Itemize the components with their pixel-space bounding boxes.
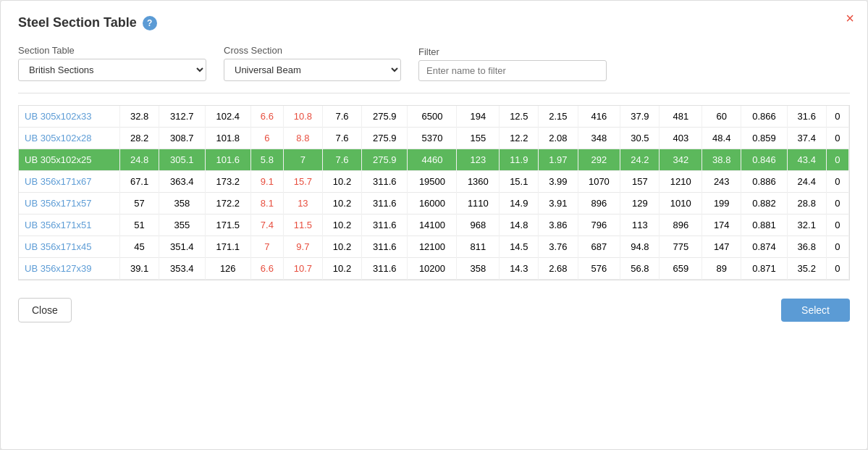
cell-value: 3.76 — [539, 236, 578, 258]
filter-input[interactable] — [418, 60, 607, 81]
cell-value: 6500 — [408, 106, 457, 128]
cell-value: 1010 — [660, 193, 702, 214]
cell-value: 15.1 — [500, 171, 539, 193]
table-row[interactable]: UB 305x102x2524.8305.1101.65.877.6275.94… — [19, 149, 849, 171]
cell-value: 8.8 — [283, 128, 322, 149]
table-row[interactable]: UB 305x102x3332.8312.7102.46.610.87.6275… — [19, 106, 849, 128]
section-table-group: Section Table British Sections European … — [18, 45, 206, 81]
title-text: Steel Section Table — [18, 15, 137, 30]
footer-row: Close Select — [18, 292, 850, 322]
cell-value: 3.86 — [539, 214, 578, 236]
cell-value: 16000 — [408, 193, 457, 214]
table-row[interactable]: UB 356x171x5151355171.57.411.510.2311.61… — [19, 214, 849, 236]
cell-value: 10.7 — [283, 258, 322, 280]
cell-value: 24.2 — [620, 149, 660, 171]
cell-value: 7 — [250, 236, 283, 258]
cell-value: 10.2 — [322, 214, 361, 236]
cell-value: 1110 — [457, 193, 500, 214]
cell-value: 3.91 — [539, 193, 578, 214]
cell-value: 57 — [120, 193, 159, 214]
cell-value: 14.3 — [500, 258, 539, 280]
cell-value: 199 — [702, 193, 741, 214]
cell-value: 113 — [620, 214, 660, 236]
filter-group: Filter — [418, 46, 607, 81]
cell-value: 13 — [283, 193, 322, 214]
close-button[interactable]: Close — [18, 298, 72, 322]
cell-name: UB 356x171x45 — [19, 236, 120, 258]
modal-container: × Steel Section Table ? Section Table Br… — [0, 0, 868, 450]
steel-section-table: UB 305x102x3332.8312.7102.46.610.87.6275… — [19, 106, 849, 280]
cell-value: 6.6 — [250, 258, 283, 280]
cell-value: 30.5 — [620, 128, 660, 149]
cell-value: 14.5 — [500, 236, 539, 258]
table-row[interactable]: UB 356x171x4545351.4171.179.710.2311.612… — [19, 236, 849, 258]
cell-value: 363.4 — [159, 171, 205, 193]
table-wrapper[interactable]: UB 305x102x3332.8312.7102.46.610.87.6275… — [18, 105, 850, 280]
cell-value: 129 — [620, 193, 660, 214]
table-row[interactable]: UB 356x171x5757358172.28.11310.2311.6160… — [19, 193, 849, 214]
cell-value: 811 — [457, 236, 500, 258]
select-button[interactable]: Select — [781, 299, 850, 322]
cell-value: 89 — [702, 258, 741, 280]
cell-value: 896 — [660, 214, 702, 236]
table-row[interactable]: UB 356x171x6767.1363.4173.29.115.710.231… — [19, 171, 849, 193]
cell-name: UB 305x102x33 — [19, 106, 120, 128]
cell-value: 15.7 — [283, 171, 322, 193]
cell-value: 102.4 — [205, 106, 250, 128]
cell-value: 342 — [660, 149, 702, 171]
cell-value: 32.1 — [787, 214, 826, 236]
cell-value: 358 — [159, 193, 205, 214]
cell-value: 312.7 — [159, 106, 205, 128]
cell-value: 576 — [578, 258, 620, 280]
cell-value: 403 — [660, 128, 702, 149]
cell-value: 174 — [702, 214, 741, 236]
cell-value: 39.1 — [120, 258, 159, 280]
table-row[interactable]: UB 305x102x2828.2308.7101.868.87.6275.95… — [19, 128, 849, 149]
cell-value: 0.871 — [741, 258, 787, 280]
cell-value: 1360 — [457, 171, 500, 193]
cell-value: 7.6 — [322, 128, 361, 149]
cell-value: 14100 — [408, 214, 457, 236]
cell-value: 1.97 — [539, 149, 578, 171]
cell-value: 67.1 — [120, 171, 159, 193]
cross-section-select[interactable]: Universal Beam Universal Column Channel … — [224, 59, 401, 81]
cell-value: 5.8 — [250, 149, 283, 171]
cell-name: UB 356x127x39 — [19, 258, 120, 280]
close-icon[interactable]: × — [846, 11, 854, 25]
cell-value: 32.8 — [120, 106, 159, 128]
cell-value: 0 — [826, 149, 848, 171]
cell-value: 38.8 — [702, 149, 741, 171]
cell-value: 171.5 — [205, 214, 250, 236]
section-table-select[interactable]: British Sections European Sections Ameri… — [18, 59, 206, 81]
cell-value: 7.6 — [322, 149, 361, 171]
cell-name: UB 305x102x25 — [19, 149, 120, 171]
cell-value: 355 — [159, 214, 205, 236]
cell-value: 48.4 — [702, 128, 741, 149]
cell-value: 6.6 — [250, 106, 283, 128]
cell-value: 12.5 — [500, 106, 539, 128]
cell-value: 0.874 — [741, 236, 787, 258]
cell-value: 358 — [457, 258, 500, 280]
cell-value: 14.9 — [500, 193, 539, 214]
cell-value: 1070 — [578, 171, 620, 193]
cell-value: 275.9 — [362, 149, 408, 171]
cell-value: 12.2 — [500, 128, 539, 149]
cell-value: 0 — [826, 193, 848, 214]
cell-value: 311.6 — [362, 258, 408, 280]
cell-value: 123 — [457, 149, 500, 171]
cell-value: 45 — [120, 236, 159, 258]
cell-value: 351.4 — [159, 236, 205, 258]
cell-value: 2.15 — [539, 106, 578, 128]
cell-value: 10200 — [408, 258, 457, 280]
cell-value: 19500 — [408, 171, 457, 193]
cell-value: 37.9 — [620, 106, 660, 128]
table-row[interactable]: UB 356x127x3939.1353.41266.610.710.2311.… — [19, 258, 849, 280]
cell-value: 7.6 — [322, 106, 361, 128]
help-icon[interactable]: ? — [143, 16, 157, 30]
cell-value: 2.68 — [539, 258, 578, 280]
cell-value: 11.9 — [500, 149, 539, 171]
cell-value: 2.08 — [539, 128, 578, 149]
cell-value: 4460 — [408, 149, 457, 171]
cell-value: 0 — [826, 214, 848, 236]
cell-name: UB 356x171x51 — [19, 214, 120, 236]
